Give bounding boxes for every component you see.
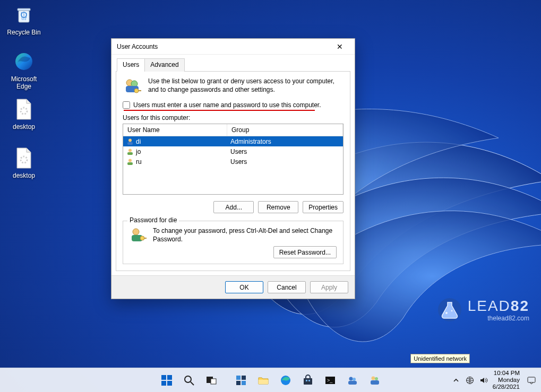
- users-keys-icon: [123, 77, 142, 96]
- desktop-icon-file-1[interactable]: desktop: [4, 98, 44, 130]
- close-icon: ✕: [337, 42, 343, 51]
- widgets-icon: [235, 374, 247, 386]
- user-accounts-dialog: User Accounts ✕ Users Advanced Use the l…: [111, 38, 355, 299]
- svg-rect-11: [127, 142, 133, 145]
- tab-bar: Users Advanced: [116, 58, 350, 72]
- svg-rect-49: [528, 377, 535, 382]
- users-listview[interactable]: User Name Group di Administrators j: [123, 124, 344, 195]
- desktop-icon-file-2[interactable]: desktop: [4, 146, 44, 179]
- taskbar-center: >_: [157, 371, 384, 390]
- svg-rect-38: [306, 380, 307, 381]
- watermark-brand: LEAD: [468, 298, 511, 314]
- svg-rect-1: [18, 8, 30, 11]
- list-row[interactable]: di Administrators: [123, 136, 343, 146]
- desktop-icon-recycle-bin[interactable]: Recycle Bin: [4, 3, 44, 36]
- edge-taskbar-button[interactable]: [276, 371, 295, 390]
- desktop: Recycle Bin Microsoft Edge desktop deskt…: [0, 0, 541, 392]
- reset-password-button[interactable]: Reset Password...: [273, 246, 337, 258]
- widgets-button[interactable]: [231, 371, 251, 390]
- explorer-button[interactable]: [254, 371, 273, 390]
- svg-point-46: [375, 377, 378, 380]
- desktop-icon-edge[interactable]: Microsoft Edge: [4, 50, 44, 90]
- svg-rect-31: [236, 376, 241, 380]
- svg-point-14: [128, 159, 132, 162]
- tab-users[interactable]: Users: [117, 58, 145, 72]
- desktop-icon-label: Recycle Bin: [4, 29, 44, 36]
- highlight-underline: [124, 110, 315, 111]
- svg-rect-24: [167, 375, 172, 380]
- clock-day: Monday: [493, 377, 520, 384]
- cell-user-name: ru: [136, 158, 142, 165]
- windows-start-icon: [160, 374, 173, 387]
- start-button[interactable]: [157, 371, 176, 390]
- tab-advanced[interactable]: Advanced: [144, 58, 184, 72]
- settings-people-button[interactable]: [343, 371, 362, 390]
- remove-button[interactable]: Remove: [258, 201, 298, 213]
- svg-rect-30: [211, 379, 216, 384]
- properties-button[interactable]: Properties: [303, 201, 344, 213]
- watermark-brand2: 82: [511, 298, 529, 314]
- cancel-button[interactable]: Cancel: [268, 281, 306, 293]
- svg-rect-9: [138, 90, 141, 91]
- svg-rect-13: [127, 152, 133, 155]
- speaker-icon: [479, 376, 488, 385]
- store-button[interactable]: [298, 371, 317, 390]
- clock-time: 10:04 PM: [493, 370, 520, 377]
- clock-date: 6/28/2021: [493, 384, 520, 390]
- user-icon: [126, 148, 134, 155]
- svg-line-28: [191, 382, 194, 385]
- dialog-title: User Accounts: [117, 43, 158, 50]
- terminal-button[interactable]: >_: [321, 371, 340, 390]
- network-icon-button[interactable]: [465, 376, 475, 385]
- svg-point-10: [128, 138, 132, 142]
- must-enter-password-row[interactable]: Users must enter a user name and passwor…: [123, 101, 344, 109]
- apply-button[interactable]: Apply: [310, 281, 348, 293]
- taskbar-clock[interactable]: 10:04 PM Monday 6/28/2021: [493, 370, 521, 390]
- svg-rect-47: [371, 380, 379, 385]
- network-tooltip: Unidentified network: [410, 354, 470, 363]
- search-button[interactable]: [179, 371, 199, 390]
- tab-content-users: Use the list below to grant or deny user…: [116, 72, 350, 271]
- list-row[interactable]: jo Users: [123, 146, 343, 156]
- svg-point-16: [133, 229, 139, 235]
- intro-row: Use the list below to grant or deny user…: [123, 77, 344, 96]
- tray-overflow-button[interactable]: [451, 376, 461, 385]
- must-enter-password-checkbox[interactable]: [123, 101, 130, 109]
- svg-rect-44: [348, 381, 357, 385]
- user-accounts-icon: [369, 374, 381, 386]
- cell-group: Users: [227, 158, 343, 166]
- cell-user-name: di: [136, 138, 141, 145]
- cell-group: Users: [227, 147, 343, 156]
- user-icon: [126, 138, 134, 145]
- volume-icon-button[interactable]: [479, 376, 488, 385]
- user-key-icon: [130, 227, 147, 243]
- svg-point-42: [349, 377, 353, 380]
- ok-button[interactable]: OK: [225, 281, 263, 293]
- desktop-icon-label: desktop: [4, 123, 44, 130]
- svg-point-8: [134, 89, 139, 93]
- task-view-icon: [205, 374, 217, 386]
- folder-icon: [257, 374, 269, 386]
- add-button[interactable]: Add...: [213, 201, 254, 213]
- notifications-button[interactable]: [525, 376, 538, 385]
- user-icon: [126, 158, 134, 165]
- desktop-icon-label: desktop: [4, 172, 44, 179]
- cell-group: Administrators: [227, 137, 343, 146]
- intro-text: Use the list below to grant or deny user…: [148, 77, 344, 94]
- col-user-name[interactable]: User Name: [123, 124, 227, 136]
- password-groupbox: Password for die To change your password…: [123, 221, 344, 264]
- users-list-label: Users for this computer:: [123, 114, 344, 121]
- list-row[interactable]: ru Users: [123, 156, 343, 167]
- dialog-footer: OK Cancel Apply: [111, 275, 355, 299]
- dialog-titlebar[interactable]: User Accounts ✕: [111, 39, 355, 55]
- svg-rect-26: [167, 381, 172, 386]
- col-group[interactable]: Group: [227, 124, 343, 136]
- task-view-button[interactable]: [202, 371, 221, 390]
- svg-rect-15: [127, 162, 133, 165]
- file-icon: [12, 146, 36, 170]
- edge-icon: [280, 374, 291, 386]
- desktop-icon-label: Microsoft Edge: [4, 75, 44, 90]
- list-header: User Name Group: [123, 124, 343, 136]
- close-button[interactable]: ✕: [329, 40, 350, 54]
- user-accounts-taskbar-button[interactable]: [365, 371, 384, 390]
